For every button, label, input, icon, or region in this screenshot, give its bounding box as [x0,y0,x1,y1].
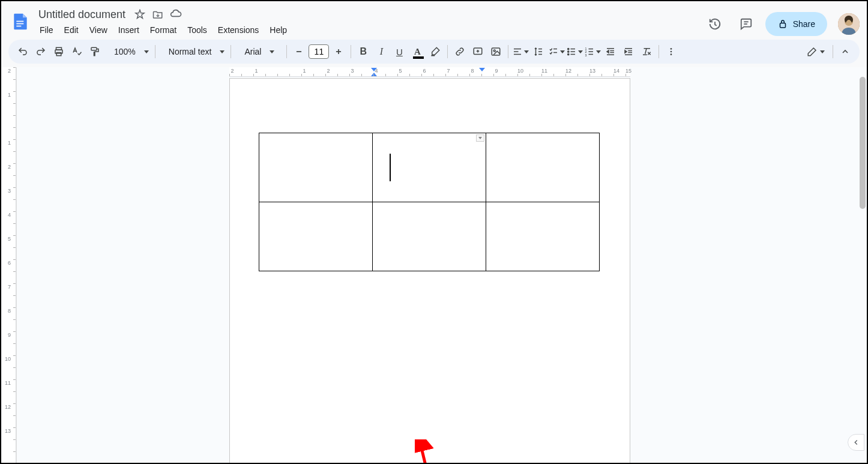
insert-link-button[interactable] [451,43,468,60]
table-cell-handle[interactable] [476,134,484,142]
menu-tools[interactable]: Tools [182,23,212,40]
svg-rect-18 [492,48,501,55]
increase-indent-button[interactable] [620,43,637,60]
numbered-list-button[interactable]: 123 [584,43,601,60]
menu-bar: File Edit View Insert Format Tools Exten… [35,23,703,40]
svg-rect-11 [91,47,97,50]
horizontal-ruler[interactable]: 21123456789101112131415 [229,67,630,77]
line-spacing-button[interactable] [530,43,547,60]
table-cell-active[interactable] [373,133,486,202]
table-cell[interactable] [486,133,600,202]
table-row [259,202,600,271]
docs-logo[interactable] [8,10,32,34]
share-label: Share [793,19,815,29]
italic-button[interactable]: I [373,43,390,60]
chevron-down-icon [560,50,565,53]
svg-point-51 [671,48,672,50]
account-avatar[interactable] [838,13,860,35]
decrease-indent-button[interactable] [602,43,619,60]
table-cell[interactable] [259,133,373,202]
increase-font-button[interactable] [330,43,347,60]
text-color-button[interactable]: A [409,43,426,60]
text-cursor [390,154,391,181]
insert-comment-button[interactable] [469,43,486,60]
bold-button[interactable]: B [355,43,372,60]
menu-file[interactable]: File [35,23,58,40]
underline-button[interactable]: U [391,43,408,60]
svg-point-30 [568,53,569,55]
annotation-arrow [415,439,475,463]
svg-point-29 [568,51,569,52]
svg-point-52 [671,51,672,53]
table-cell[interactable] [259,202,373,271]
chevron-down-icon [270,50,274,53]
vertical-ruler[interactable]: 2112345678910111213 [1,67,17,463]
paint-format-button[interactable] [86,43,103,60]
svg-rect-1 [16,23,23,25]
undo-button[interactable] [14,43,31,60]
decrease-font-button[interactable] [291,43,307,60]
page[interactable]: Place the cursor inside the cell you wan… [229,78,630,463]
document-canvas[interactable]: Place the cursor inside the cell you wan… [17,77,867,463]
checklist-button[interactable] [548,43,565,60]
chevron-down-icon [820,50,825,53]
right-indent-marker[interactable] [479,68,485,71]
spellcheck-button[interactable] [68,43,85,60]
menu-insert[interactable]: Insert [113,23,144,40]
collapse-toolbar-button[interactable] [837,43,854,60]
chevron-down-icon [524,50,529,53]
highlight-button[interactable] [427,43,444,60]
menu-extensions[interactable]: Extensions [213,23,264,40]
zoom-select[interactable]: 100% [104,43,151,60]
clear-format-button[interactable] [638,43,655,60]
chevron-down-icon [578,50,583,53]
table-cell[interactable] [373,202,486,271]
chevron-down-icon [144,50,149,53]
svg-point-19 [494,50,496,52]
svg-line-55 [421,445,463,463]
menu-format[interactable]: Format [145,23,181,40]
svg-rect-5 [780,23,785,28]
chevron-down-icon [220,50,225,53]
font-select[interactable]: Arial [235,43,283,60]
more-button[interactable] [663,43,680,60]
svg-rect-2 [16,26,21,27]
bulleted-list-button[interactable] [566,43,583,60]
star-icon[interactable] [133,7,147,22]
cloud-status-icon[interactable] [169,7,183,22]
svg-point-53 [671,53,672,55]
history-icon[interactable] [703,12,727,36]
chevron-down-icon [596,50,601,53]
svg-rect-0 [16,21,23,22]
menu-edit[interactable]: Edit [59,23,83,40]
svg-point-28 [568,48,569,49]
header-bar: Untitled document File Edit View Insert … [1,1,867,40]
document-table[interactable] [259,133,600,271]
align-button[interactable] [512,43,529,60]
editing-mode-button[interactable] [803,43,829,60]
font-size-input[interactable]: 11 [309,44,329,59]
share-button[interactable]: Share [765,12,827,36]
style-select[interactable]: Normal text [159,43,228,60]
scroll-thumb[interactable] [860,77,866,209]
table-row [259,133,600,202]
toolbar: 100% Normal text Arial 11 B I U A 123 [8,40,860,64]
table-cell[interactable] [486,202,600,271]
move-icon[interactable] [151,7,165,22]
menu-view[interactable]: View [85,23,112,40]
comments-icon[interactable] [734,12,758,36]
svg-text:3: 3 [585,53,587,57]
document-title[interactable]: Untitled document [35,7,129,22]
menu-help[interactable]: Help [265,23,292,40]
print-button[interactable] [50,43,67,60]
redo-button[interactable] [32,43,49,60]
vertical-scrollbar[interactable] [860,77,866,460]
insert-image-button[interactable] [487,43,504,60]
